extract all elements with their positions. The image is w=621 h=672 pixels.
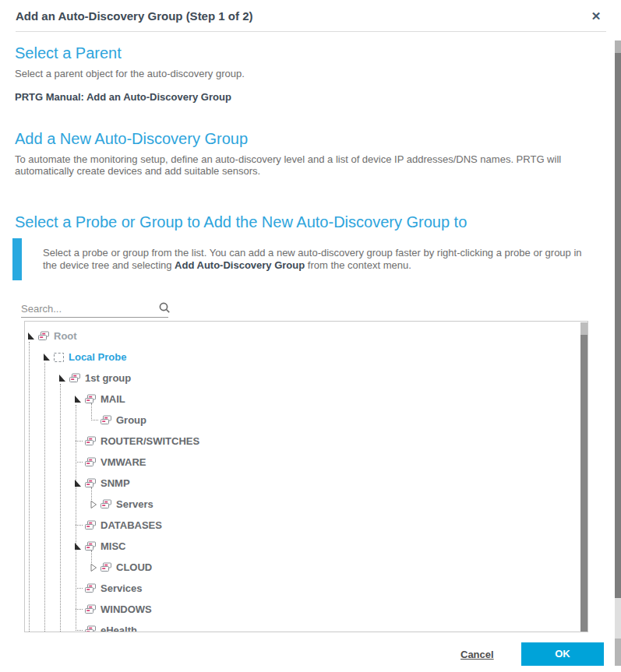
- group-icon: [84, 604, 97, 614]
- group-icon: [37, 331, 50, 341]
- dialog-title: Add an Auto-Discovery Group (Step 1 of 2…: [16, 9, 252, 23]
- section-heading-select-probe: Select a Probe or Group to Add the New A…: [15, 213, 467, 231]
- group-icon: [84, 583, 97, 593]
- cancel-button[interactable]: Cancel: [460, 649, 494, 660]
- tree-item-label: CLOUD: [116, 561, 152, 573]
- tree-item-label: MISC: [101, 540, 126, 552]
- tree-leaf-connector: [76, 462, 83, 463]
- tree-item-label: Servers: [116, 498, 153, 510]
- tree-leaf-connector: [76, 630, 83, 631]
- ok-button[interactable]: OK: [521, 642, 604, 666]
- group-icon: [84, 394, 97, 404]
- tree-item-snmp[interactable]: SNMP: [25, 473, 587, 494]
- page-scrollbar-thumb[interactable]: [615, 53, 621, 598]
- group-icon: [84, 478, 97, 488]
- info-accent-bar: [12, 238, 22, 280]
- tree-item-group[interactable]: Group: [25, 410, 587, 431]
- device-tree-panel: RootLocal Probe1st groupMAILGroupROUTER/…: [24, 321, 588, 632]
- tree-leaf-connector: [76, 588, 83, 589]
- tree-item-services[interactable]: Services: [25, 578, 587, 599]
- info-callout-text: Select a probe or group from the list. Y…: [43, 247, 593, 272]
- expand-open-icon[interactable]: [73, 395, 82, 403]
- window-scrollbar-segment[interactable]: [615, 639, 621, 666]
- section-heading-add-group: Add a New Auto-Discovery Group: [15, 130, 248, 148]
- search-input[interactable]: [21, 301, 150, 316]
- tree-item-label: VMWARE: [101, 456, 146, 468]
- info-text-after: from the context menu.: [305, 259, 411, 271]
- group-icon: [100, 562, 112, 572]
- expand-open-icon[interactable]: [26, 332, 35, 340]
- tree-item-label: ROUTER/SWITCHES: [101, 435, 199, 447]
- expand-open-icon[interactable]: [58, 374, 66, 382]
- expand-closed-icon[interactable]: [89, 563, 97, 572]
- tree-scrollbar-track[interactable]: [580, 322, 588, 335]
- info-callout: Select a probe or group from the list. Y…: [12, 238, 589, 280]
- tree-item-windows[interactable]: WINDOWS: [25, 599, 587, 620]
- tree-item-label: WINDOWS: [101, 603, 152, 615]
- tree-leaf-connector: [76, 609, 83, 610]
- probe-icon: [53, 352, 65, 363]
- group-icon: [69, 373, 81, 383]
- tree-leaf-connector: [76, 525, 83, 526]
- section-heading-select-parent: Select a Parent: [15, 44, 122, 62]
- tree-scrollbar-thumb[interactable]: [580, 335, 588, 632]
- search-icon[interactable]: [158, 301, 171, 318]
- tree-item-label: Group: [116, 414, 146, 426]
- group-icon: [84, 541, 97, 551]
- tree-item-label: eHealth: [101, 625, 137, 632]
- title-divider: [16, 31, 606, 32]
- tree-item-label: SNMP: [101, 477, 130, 489]
- tree-item-vmware[interactable]: VMWARE: [25, 452, 587, 473]
- tree-item-label: DATABASES: [101, 519, 162, 531]
- tree-item-servers[interactable]: Servers: [25, 494, 587, 515]
- page-scrollbar-track-bottom[interactable]: [615, 598, 621, 639]
- tree-item-label: Root: [54, 330, 77, 342]
- add-group-description: To automate the monitoring setup, define…: [15, 153, 598, 177]
- expand-open-icon[interactable]: [42, 353, 51, 361]
- expand-open-icon[interactable]: [73, 542, 82, 551]
- page-scrollbar-track-top[interactable]: [615, 40, 621, 53]
- tree-item-router-switches[interactable]: ROUTER/SWITCHES: [25, 431, 587, 452]
- tree-leaf-connector: [91, 420, 98, 420]
- prtg-manual-link[interactable]: PRTG Manual: Add an Auto-Discovery Group: [15, 91, 231, 103]
- tree-leaf-connector: [76, 441, 83, 442]
- tree-item-label: 1st group: [85, 372, 131, 384]
- tree-item-label: MAIL: [101, 393, 125, 405]
- select-parent-description: Select a parent object for the auto-disc…: [15, 68, 599, 79]
- tree-item-1st-group[interactable]: 1st group: [25, 368, 587, 389]
- expand-closed-icon[interactable]: [89, 500, 97, 509]
- search-field: [21, 301, 168, 318]
- group-icon: [84, 520, 97, 530]
- group-icon: [100, 499, 112, 509]
- tree-item-mail[interactable]: MAIL: [25, 389, 587, 410]
- group-icon: [100, 415, 112, 425]
- expand-open-icon[interactable]: [73, 479, 82, 487]
- group-icon: [84, 625, 97, 632]
- tree-item-ehealth[interactable]: eHealth: [25, 620, 587, 632]
- tree-rows: RootLocal Probe1st groupMAILGroupROUTER/…: [25, 325, 587, 632]
- close-icon[interactable]: ✕: [588, 9, 604, 24]
- tree-item-local-probe[interactable]: Local Probe: [25, 347, 587, 368]
- group-icon: [84, 457, 97, 467]
- tree-item-cloud[interactable]: CLOUD: [25, 557, 587, 578]
- tree-item-label: Local Probe: [69, 351, 126, 363]
- tree-item-label: Services: [101, 582, 143, 594]
- info-text-bold: Add Auto-Discovery Group: [175, 259, 305, 271]
- tree-item-root[interactable]: Root: [25, 325, 587, 347]
- group-icon: [84, 436, 97, 446]
- tree-item-databases[interactable]: DATABASES: [25, 515, 587, 536]
- tree-item-misc[interactable]: MISC: [25, 536, 587, 557]
